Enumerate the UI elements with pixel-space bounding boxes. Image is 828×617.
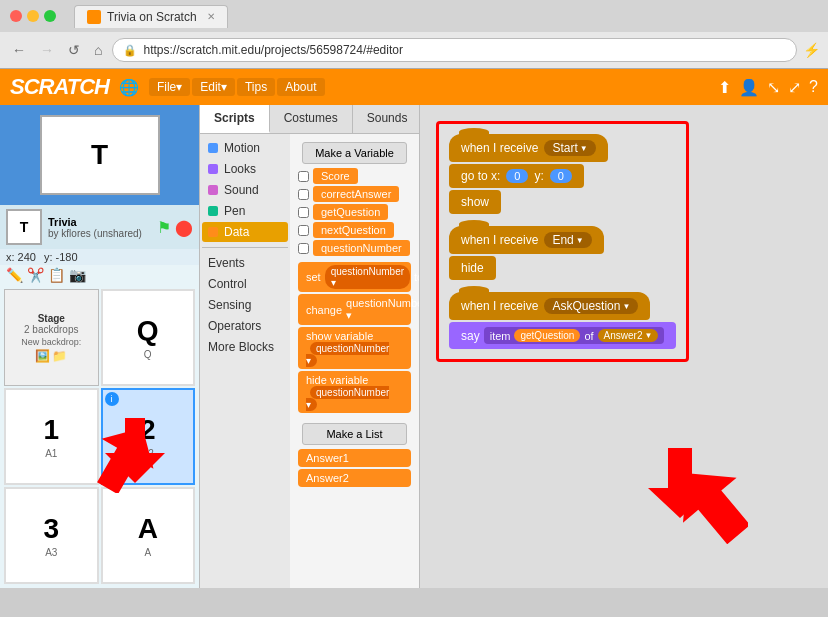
backdrop-paint-icon[interactable]: 🖼️ — [35, 349, 50, 363]
sprite-cell-2[interactable]: i 2 A2 — [101, 388, 196, 485]
make-list-button[interactable]: Make a List — [302, 423, 407, 445]
answer2-block[interactable]: Answer2 — [298, 469, 411, 487]
category-control[interactable]: Control — [202, 274, 288, 294]
copy-icon[interactable]: 📋 — [48, 267, 65, 283]
spacer2 — [294, 415, 415, 419]
show-variable-block[interactable]: show variable questionNumber ▾ — [298, 327, 411, 369]
set-var: questionNumber ▾ — [325, 265, 410, 289]
category-operators[interactable]: Operators — [202, 316, 288, 336]
traffic-lights — [10, 10, 56, 22]
score-checkbox[interactable] — [298, 171, 309, 182]
globe-icon[interactable]: 🌐 — [119, 78, 139, 97]
pen-label: Pen — [224, 204, 245, 218]
action-icons-row: ✏️ ✂️ 📋 📷 — [0, 265, 199, 285]
data-dot — [208, 227, 218, 237]
about-menu[interactable]: About — [277, 78, 324, 96]
qnum-checkbox[interactable] — [298, 243, 309, 254]
minimize-button[interactable] — [27, 10, 39, 22]
category-data[interactable]: Data — [202, 222, 288, 242]
edit-menu[interactable]: Edit▾ — [192, 78, 235, 96]
operators-label: Operators — [208, 319, 261, 333]
looks-label: Looks — [224, 162, 256, 176]
back-button[interactable]: ← — [8, 40, 30, 60]
nextq-block[interactable]: nextQuestion — [313, 222, 394, 238]
camera-icon[interactable]: 📷 — [69, 267, 86, 283]
end-arrow: ▼ — [576, 236, 584, 245]
getq-checkbox[interactable] — [298, 207, 309, 218]
hat-block-askquestion[interactable]: when I receive AskQuestion ▼ — [449, 292, 650, 320]
correct-block[interactable]: correctAnswer — [313, 186, 399, 202]
tips-menu[interactable]: Tips — [237, 78, 275, 96]
stop-button[interactable]: ⬤ — [175, 218, 193, 237]
nextq-checkbox[interactable] — [298, 225, 309, 236]
close-button[interactable] — [10, 10, 22, 22]
make-variable-button[interactable]: Make a Variable — [302, 142, 407, 164]
browser-tab[interactable]: Trivia on Scratch ✕ — [74, 5, 228, 28]
tab-costumes[interactable]: Costumes — [270, 105, 353, 133]
askquestion-dropdown[interactable]: AskQuestion ▼ — [544, 298, 638, 314]
help-icon[interactable]: ? — [809, 78, 818, 96]
hide-block-script[interactable]: hide — [449, 256, 496, 280]
sprite-cell-1[interactable]: 1 A1 — [4, 388, 99, 485]
favicon — [87, 10, 101, 24]
category-looks[interactable]: Looks — [202, 159, 288, 179]
category-pen[interactable]: Pen — [202, 201, 288, 221]
sprite-cell-3[interactable]: 3 A3 — [4, 487, 99, 584]
sprite-char-3: 3 — [43, 513, 59, 545]
hat-block-start[interactable]: when I receive Start ▼ — [449, 134, 608, 162]
show-block-script[interactable]: show — [449, 190, 501, 214]
sprite-cell-a[interactable]: A A — [101, 487, 196, 584]
sensing-label: Sensing — [208, 298, 251, 312]
category-motion[interactable]: Motion — [202, 138, 288, 158]
category-sensing[interactable]: Sensing — [202, 295, 288, 315]
category-events[interactable]: Events — [202, 253, 288, 273]
category-more[interactable]: More Blocks — [202, 337, 288, 357]
maximize-button[interactable] — [44, 10, 56, 22]
zoom-icon[interactable]: ⤢ — [788, 78, 801, 97]
answer2-list[interactable]: Answer2 ▼ — [598, 329, 659, 342]
variable-correct-item: correctAnswer — [298, 186, 411, 202]
backdrop-folder-icon[interactable]: 📁 — [52, 349, 67, 363]
askq-arrow: ▼ — [622, 302, 630, 311]
correct-checkbox[interactable] — [298, 189, 309, 200]
forward-button[interactable]: → — [36, 40, 58, 60]
set-block[interactable]: set questionNumber ▾ to 0 — [298, 262, 411, 292]
hat-block-end[interactable]: when I receive End ▼ — [449, 226, 604, 254]
person-icon[interactable]: 👤 — [739, 78, 759, 97]
motion-dot — [208, 143, 218, 153]
say-block[interactable]: say item getQuestion of Answer2 ▼ — [449, 322, 676, 349]
green-flag-button[interactable]: ⚑ — [157, 218, 171, 237]
home-button[interactable]: ⌂ — [90, 40, 106, 60]
tab-scripts[interactable]: Scripts — [200, 105, 270, 133]
start-arrow: ▼ — [580, 144, 588, 153]
end-dropdown[interactable]: End ▼ — [544, 232, 591, 248]
pencil-icon[interactable]: ✏️ — [6, 267, 23, 283]
address-bar[interactable]: 🔒 https://scratch.mit.edu/projects/56598… — [112, 38, 797, 62]
stage-flag-controls: ⚑ ⬤ — [157, 218, 193, 237]
scratch-app: SCRATCH 🌐 File▾ Edit▾ Tips About ⬆ 👤 ⤡ ⤢… — [0, 69, 828, 588]
fullscreen-icon[interactable]: ⤡ — [767, 78, 780, 97]
change-block[interactable]: change questionNumber ▾ by 1 — [298, 294, 411, 325]
answer1-block[interactable]: Answer1 — [298, 449, 411, 467]
upload-icon[interactable]: ⬆ — [718, 78, 731, 97]
sprite-cell-q[interactable]: Q Q — [101, 289, 196, 386]
variable-score-item: Score — [298, 168, 411, 184]
refresh-button[interactable]: ↺ — [64, 40, 84, 60]
file-menu[interactable]: File▾ — [149, 78, 190, 96]
getq-block[interactable]: getQuestion — [313, 204, 388, 220]
category-sound[interactable]: Sound — [202, 180, 288, 200]
score-block[interactable]: Score — [313, 168, 358, 184]
tab-sounds[interactable]: Sounds — [353, 105, 423, 133]
scripts-area[interactable]: when I receive Start ▼ go to x: 0 y: 0 s… — [420, 105, 828, 588]
stage-preview: T — [40, 115, 160, 195]
tab-close-button[interactable]: ✕ — [207, 11, 215, 22]
svg-marker-1 — [678, 464, 748, 544]
cut-icon[interactable]: ✂️ — [27, 267, 44, 283]
hide-label: hide — [461, 261, 484, 275]
scratch-logo[interactable]: SCRATCH — [10, 74, 109, 100]
start-dropdown[interactable]: Start ▼ — [544, 140, 595, 156]
goto-block[interactable]: go to x: 0 y: 0 — [449, 164, 584, 188]
qnum-block[interactable]: questionNumber — [313, 240, 410, 256]
stage-sprite-cell[interactable]: Stage 2 backdrops New backdrop: 🖼️ 📁 — [4, 289, 99, 386]
hide-variable-block[interactable]: hide variable questionNumber ▾ — [298, 371, 411, 413]
